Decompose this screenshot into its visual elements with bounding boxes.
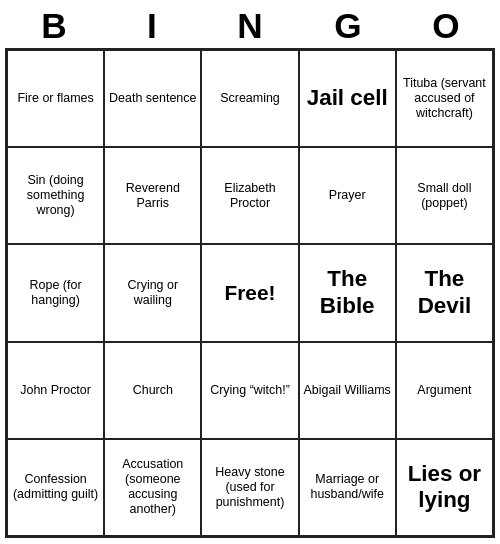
bingo-cell-14: The Devil (396, 244, 493, 341)
bingo-cell-5: Sin (doing something wrong) (7, 147, 104, 244)
bingo-header: BINGO (5, 0, 495, 48)
bingo-cell-15: John Proctor (7, 342, 104, 439)
bingo-cell-18: Abigail Williams (299, 342, 396, 439)
bingo-cell-17: Crying “witch!” (201, 342, 298, 439)
bingo-cell-0: Fire or flames (7, 50, 104, 147)
bingo-cell-11: Crying or wailing (104, 244, 201, 341)
bingo-cell-2: Screaming (201, 50, 298, 147)
bingo-cell-3: Jail cell (299, 50, 396, 147)
bingo-cell-12: Free! (201, 244, 298, 341)
bingo-cell-20: Confession (admitting guilt) (7, 439, 104, 536)
bingo-cell-7: Elizabeth Proctor (201, 147, 298, 244)
header-letter-g: G (309, 6, 387, 46)
bingo-cell-4: Tituba (servant accused of witchcraft) (396, 50, 493, 147)
bingo-cell-1: Death sentence (104, 50, 201, 147)
bingo-cell-6: Reverend Parris (104, 147, 201, 244)
bingo-cell-13: The Bible (299, 244, 396, 341)
header-letter-b: B (15, 6, 93, 46)
header-letter-i: I (113, 6, 191, 46)
bingo-cell-23: Marriage or husband/wife (299, 439, 396, 536)
bingo-cell-10: Rope (for hanging) (7, 244, 104, 341)
bingo-cell-19: Argument (396, 342, 493, 439)
header-letter-o: O (407, 6, 485, 46)
bingo-cell-24: Lies or lying (396, 439, 493, 536)
bingo-cell-8: Prayer (299, 147, 396, 244)
bingo-cell-21: Accusation (someone accusing another) (104, 439, 201, 536)
bingo-cell-22: Heavy stone (used for punishment) (201, 439, 298, 536)
header-letter-n: N (211, 6, 289, 46)
bingo-grid: Fire or flamesDeath sentenceScreamingJai… (5, 48, 495, 538)
bingo-cell-9: Small doll (poppet) (396, 147, 493, 244)
bingo-cell-16: Church (104, 342, 201, 439)
